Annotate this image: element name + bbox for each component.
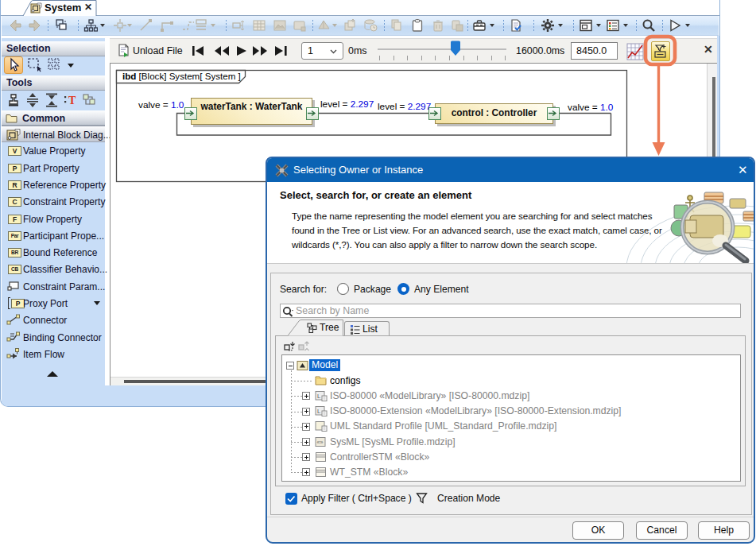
toolbar-panel-icon[interactable] (317, 18, 331, 33)
toolbar-settings-gear-dropdown-caret[interactable] (596, 24, 601, 27)
toolbar-group-handle[interactable] (225, 19, 227, 33)
skip-to-start-button[interactable] (192, 45, 205, 56)
tab-system[interactable]: System ✕ (22, 0, 99, 16)
toolbar-group-handle[interactable] (383, 19, 386, 33)
help-button[interactable]: Help (698, 521, 750, 540)
play-button[interactable] (236, 45, 247, 56)
palette-item-classifier-behavio[interactable]: CBClassifier Behavio... (2, 261, 105, 277)
select-cursor-button[interactable] (4, 56, 23, 74)
toolbar-project-options-icon[interactable] (509, 18, 523, 33)
tree-expander-collapse[interactable] (286, 362, 294, 370)
toolbar-settings-gear-icon[interactable] (579, 18, 593, 33)
cancel-button[interactable]: Cancel (636, 521, 688, 540)
toolbar-related-elements-icon[interactable] (113, 18, 127, 33)
rewind-button[interactable] (214, 45, 230, 56)
split-vertical-tool-icon[interactable] (25, 92, 41, 108)
tree-expander-expand[interactable] (302, 438, 310, 446)
toolbar-path-line-icon[interactable] (160, 18, 174, 33)
toolbar-save-window-layout-dropdown-caret[interactable] (623, 24, 628, 27)
toolbar-paste-special-dropdown-caret[interactable] (490, 24, 494, 27)
time-slider-thumb[interactable] (450, 41, 461, 56)
block-watertank[interactable]: waterTank : WaterTank (191, 98, 312, 125)
export-button[interactable] (651, 41, 670, 61)
toolbar-search-icon[interactable] (668, 18, 682, 33)
toolbar-paste-icon[interactable] (431, 18, 445, 33)
toolbar-back-icon[interactable] (8, 18, 22, 33)
marquee-select-button[interactable] (26, 56, 45, 74)
block-control[interactable]: control : Controller (435, 103, 553, 124)
tree-item-model[interactable]: Model (282, 358, 740, 374)
radio-any-element[interactable] (397, 283, 409, 295)
palette-item-constraint-param[interactable]: Constraint Param... (2, 278, 105, 295)
tab-close-icon[interactable]: ✕ (84, 2, 92, 13)
toolbar-copy-structure-icon[interactable] (54, 18, 68, 33)
text-tool-icon[interactable]: T (63, 92, 79, 108)
palette-item-value-property[interactable]: VValue Property (2, 142, 105, 159)
tree-item-configs[interactable]: configs (282, 374, 740, 389)
toolbar-save-window-layout-icon[interactable] (606, 18, 620, 33)
toolbar-layout-icon[interactable] (252, 18, 266, 33)
toolbar-copy-icon[interactable] (410, 18, 425, 33)
filter-icon[interactable] (416, 492, 428, 504)
toolbar-delete-icon[interactable] (450, 18, 464, 33)
toolbar-panel-dropdown-caret[interactable] (332, 24, 337, 27)
structure-tool-icon[interactable] (81, 92, 97, 108)
toolbar-group-handle[interactable] (312, 19, 314, 33)
palette-item-connector[interactable]: Connector (2, 312, 105, 328)
tree-item-uml-standard-profile-uml-standard-profile-mdzip[interactable]: UML Standard Profile [UML_Standard_Profi… (282, 419, 740, 434)
tree-expander-expand[interactable] (302, 408, 310, 416)
tab-tree[interactable]: Tree (288, 319, 344, 335)
expand-selection-icon[interactable] (284, 341, 296, 352)
port-watertank-level[interactable] (306, 107, 319, 120)
radio-any-element-label[interactable]: Any Element (414, 284, 469, 295)
step-select[interactable]: 1 (301, 42, 343, 60)
apply-filter-label[interactable]: Apply Filter ( Ctrl+Space ) (301, 493, 412, 504)
toolbar-table-icon[interactable] (273, 18, 287, 33)
palette-item-internal-block-diag[interactable]: Internal Block Diag... (2, 126, 105, 142)
time-slider[interactable] (376, 39, 508, 64)
toolbar-diagram-overview-icon[interactable] (343, 18, 357, 33)
collapse-selection-icon[interactable] (298, 341, 310, 352)
toolbar-group-handle[interactable] (77, 19, 79, 33)
port-control-valve[interactable] (547, 107, 560, 120)
toolbar-group-handle[interactable] (467, 19, 469, 33)
dialog-close-icon[interactable]: ✕ (738, 163, 748, 177)
palette-item-reference-property[interactable]: RReference Property (2, 176, 105, 193)
toolbar-oblique-path-dropdown-caret[interactable] (211, 24, 215, 27)
toolbar-swimlane-icon[interactable] (231, 18, 246, 33)
multi-select-button[interactable] (46, 56, 65, 74)
tab-list[interactable]: List (344, 321, 390, 336)
tree-expander-expand[interactable] (302, 468, 310, 476)
port-watertank-valve[interactable] (184, 107, 197, 120)
palette-item-dropdown-caret[interactable] (94, 301, 100, 305)
toolbar-legend-icon[interactable] (642, 18, 656, 33)
toolbar-search-dropdown-caret[interactable] (685, 24, 690, 27)
fast-forward-button[interactable] (252, 45, 268, 56)
dialog-titlebar[interactable]: Selecting Owner or Instance ✕ (267, 158, 754, 182)
palette-item-participant-prope[interactable]: ParParticipant Prope... (2, 227, 105, 244)
tree-item-wt-stm-block[interactable]: WT_STM «Block» (282, 465, 740, 480)
unload-file-button[interactable]: Unload File (133, 45, 183, 56)
tree-item-controllerstm-block[interactable]: ControllerSTM «Block» (282, 450, 740, 465)
search-input[interactable]: Search by Name (280, 304, 741, 318)
toolbar-group-handle[interactable] (533, 19, 535, 33)
slider-track[interactable] (378, 48, 506, 50)
chart-button[interactable] (626, 42, 645, 61)
stamp-tool-icon[interactable] (6, 92, 21, 108)
creation-mode-label[interactable]: Creation Mode (437, 493, 500, 504)
toolbar-forward-icon[interactable] (28, 18, 42, 33)
palette-item-binding-connector[interactable]: Binding Connector (2, 329, 105, 346)
toolbar-group-handle[interactable] (47, 19, 49, 33)
selection-dropdown-caret[interactable] (68, 64, 74, 68)
palette-item-item-flow[interactable]: Item Flow (2, 346, 105, 362)
element-tree[interactable]: ModelconfigsLISO-80000 «ModelLibrary» [I… (281, 354, 741, 482)
unload-file-icon[interactable] (116, 43, 130, 58)
toolbar-validate-dropdown-caret[interactable] (558, 24, 563, 27)
toolbar-validate-icon[interactable] (541, 18, 555, 33)
toolbar-copy-shape-icon[interactable] (363, 18, 378, 33)
time-input[interactable]: 8450.0 (571, 42, 618, 60)
tree-item-sysml-sysml-profile-mdzip[interactable]: «»SysML [SysML Profile.mdzip] (282, 435, 740, 450)
toolbar-containment-tree-dropdown-caret[interactable] (100, 24, 105, 27)
simulation-close-icon[interactable]: ✕ (704, 43, 713, 56)
toolbar-group-handle[interactable] (661, 19, 664, 33)
